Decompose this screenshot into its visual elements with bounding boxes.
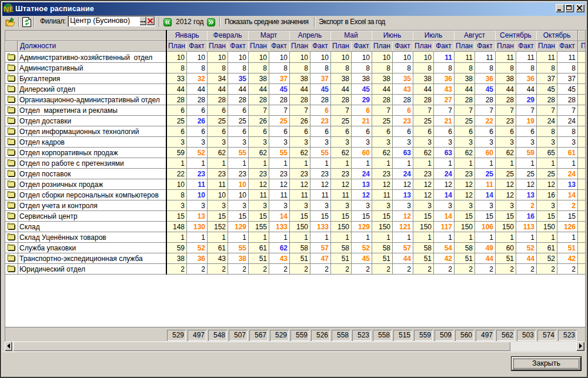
- svg-text:NL: NL: [4, 5, 14, 14]
